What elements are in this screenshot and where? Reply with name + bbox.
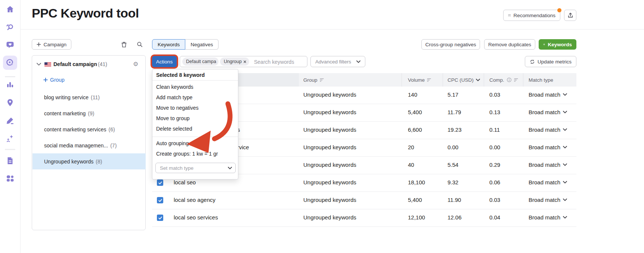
keyword-group-item[interactable]: content marketing (9): [32, 105, 146, 121]
content-tools-icon[interactable]: [6, 116, 15, 125]
info-icon[interactable]: [507, 77, 512, 82]
match-type-label: Broad match: [529, 126, 560, 133]
match-type-dropdown[interactable]: Broad match: [529, 126, 567, 133]
keyword-group-item[interactable]: social media managemen... (7): [32, 137, 146, 153]
keyword-research-icon[interactable]: [6, 23, 15, 32]
column-header-volume[interactable]: Volume: [408, 73, 431, 87]
chip-label: Default campa: [186, 59, 216, 64]
match-type-dropdown[interactable]: Broad match: [529, 109, 567, 115]
match-type-dropdown[interactable]: Broad match: [529, 197, 567, 203]
volume-cell: 40: [408, 162, 414, 168]
keyword-cell: rvice: [237, 144, 249, 150]
match-type-dropdown[interactable]: Broad match: [529, 162, 567, 168]
actions-button[interactable]: Actions: [152, 56, 177, 67]
ai-tools-icon[interactable]: [6, 134, 15, 143]
actions-menu-item[interactable]: Move to negatives: [152, 103, 238, 113]
actions-menu-item[interactable]: Add match type: [152, 92, 238, 103]
ppc-keyword-tool-icon[interactable]: [6, 58, 15, 67]
row-checkbox[interactable]: [157, 179, 163, 186]
set-match-type-select[interactable]: Set match type: [155, 163, 236, 173]
group-name: blog writing service: [44, 94, 89, 100]
reports-icon[interactable]: [6, 156, 15, 165]
actions-menu-item[interactable]: Move to group: [152, 113, 238, 124]
volume-cell: 18,100: [408, 179, 425, 185]
update-metrics-button[interactable]: Update metrics: [525, 56, 576, 67]
match-type-label: Broad match: [529, 144, 560, 150]
match-type-dropdown[interactable]: Broad match: [529, 214, 567, 221]
rail-divider: [5, 149, 15, 150]
column-header-group[interactable]: Group: [303, 73, 324, 87]
checklist-icon: [508, 13, 511, 18]
export-icon: [567, 12, 573, 18]
actions-menu-item[interactable]: Clean keywords: [152, 82, 238, 92]
column-header-cpc[interactable]: CPC (USD): [448, 73, 480, 87]
cpc-cell: 11.90: [448, 197, 461, 203]
cpc-cell: 9.32: [448, 179, 458, 185]
rail-divider: [5, 76, 15, 77]
volume-cell: 12,100: [408, 214, 425, 221]
advanced-filters-button[interactable]: Advanced filters: [310, 56, 365, 67]
cross-group-negatives-button[interactable]: Cross-group negatives: [421, 39, 480, 50]
sort-icon[interactable]: [514, 78, 518, 82]
local-listings-icon[interactable]: [6, 98, 15, 107]
campaign-row[interactable]: Default campaign (41) ⚙: [32, 59, 145, 70]
group-name: Ungrouped keywords: [44, 159, 93, 165]
filter-chip-campaign[interactable]: Default campa: [182, 57, 219, 66]
page-title: PPC Keyword tool: [32, 6, 139, 21]
match-type-dropdown[interactable]: Broad match: [529, 144, 567, 150]
campaign-count: (41): [98, 61, 107, 67]
match-type-label: Broad match: [529, 162, 560, 168]
sort-icon[interactable]: [320, 78, 324, 82]
chevron-down-icon[interactable]: [37, 63, 41, 66]
sort-icon[interactable]: [427, 78, 431, 82]
keyword-groups-list: blog writing service (11) content market…: [32, 89, 146, 169]
tab-keywords[interactable]: Keywords: [152, 39, 185, 50]
campaign-tree-panel: Default campaign (41) ⚙ Group blog writi…: [32, 55, 146, 230]
column-header-match-type[interactable]: Match type: [529, 73, 553, 87]
competition-cell: 0.11: [489, 126, 500, 133]
update-metrics-label: Update metrics: [538, 59, 572, 65]
search-campaigns-button[interactable]: [134, 38, 146, 50]
row-checkbox[interactable]: [157, 215, 163, 221]
gear-icon[interactable]: ⚙: [133, 60, 138, 68]
analytics-icon[interactable]: [6, 80, 15, 89]
actions-menu-item[interactable]: Auto grouping: [152, 138, 238, 149]
column-label: Volume: [408, 77, 425, 83]
chevron-down-icon: [563, 199, 567, 201]
close-icon[interactable]: [244, 60, 246, 64]
chevron-down-icon: [356, 60, 360, 63]
keyword-group-item[interactable]: content marketing services (6): [32, 121, 146, 137]
match-type-dropdown[interactable]: Broad match: [529, 179, 567, 185]
check-icon: [158, 216, 162, 220]
add-campaign-button[interactable]: Campaign: [32, 39, 71, 50]
competition-cell: 0.03: [489, 197, 500, 203]
filter-chip-group[interactable]: Ungroup: [220, 57, 249, 66]
search-keywords-input[interactable]: [253, 57, 305, 66]
add-group-button[interactable]: Group: [43, 77, 65, 83]
feedback-heart-icon[interactable]: [6, 40, 15, 49]
actions-menu-item[interactable]: Create groups: 1 kw = 1 gr: [152, 149, 238, 159]
delete-campaign-button[interactable]: [118, 38, 130, 50]
keyword-group-item[interactable]: Ungrouped keywords (8): [32, 153, 146, 169]
export-button[interactable]: [564, 10, 576, 21]
remove-duplicates-button[interactable]: Remove duplicates: [484, 39, 535, 50]
add-keywords-button[interactable]: Keywords: [539, 39, 576, 50]
chevron-down-icon[interactable]: [476, 79, 480, 81]
plus-icon: [43, 78, 48, 82]
column-header-competition[interactable]: Comp.: [489, 73, 518, 87]
chevron-down-icon: [563, 181, 567, 184]
ppc-keyword-tool-app: PPC Keyword tool Recommendations Campaig…: [0, 0, 644, 253]
recommendations-button[interactable]: Recommendations: [503, 10, 560, 21]
tab-negatives[interactable]: Negatives: [185, 39, 219, 50]
chevron-down-icon: [563, 128, 567, 131]
competition-cell: 0.13: [489, 109, 500, 115]
volume-cell: 20: [408, 144, 414, 150]
match-type-dropdown[interactable]: Broad match: [529, 91, 567, 98]
notification-badge: [557, 8, 561, 12]
keyword-search-box[interactable]: Default campa Ungroup: [180, 56, 307, 67]
actions-menu-item[interactable]: Delete selected: [152, 124, 238, 134]
row-checkbox[interactable]: [157, 197, 163, 203]
more-tools-icon[interactable]: [6, 174, 15, 183]
home-icon[interactable]: [6, 5, 15, 14]
keyword-group-item[interactable]: blog writing service (11): [32, 89, 146, 105]
